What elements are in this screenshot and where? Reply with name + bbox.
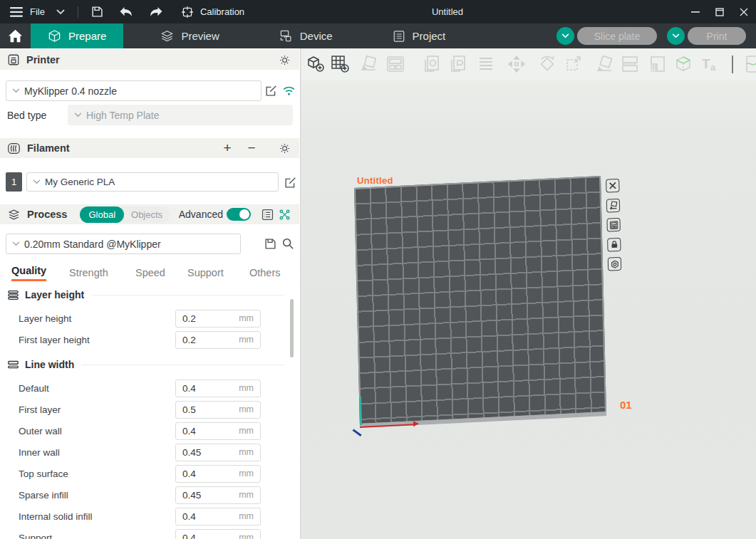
process-preset-select[interactable]: 0.20mm Standard @MyKlipper xyxy=(6,234,241,254)
tab-speed[interactable]: Speed xyxy=(135,267,165,278)
home-button[interactable] xyxy=(0,23,31,48)
split-to-parts-icon[interactable] xyxy=(447,53,468,75)
arrange-plate-icon[interactable] xyxy=(606,218,620,232)
scale-icon[interactable] xyxy=(564,53,585,75)
redo-icon[interactable] xyxy=(145,0,167,23)
setting-value[interactable]: 0.4 xyxy=(182,533,239,539)
tab-quality[interactable]: Quality xyxy=(11,265,46,281)
setting-value[interactable]: 0.45 xyxy=(182,447,239,458)
setting-value[interactable]: 0.4 xyxy=(182,469,239,479)
plate-settings-icon[interactable] xyxy=(608,257,621,271)
process-preset-value: 0.20mm Standard @MyKlipper xyxy=(24,239,161,250)
setting-value[interactable]: 0.4 xyxy=(182,426,239,436)
setting-value[interactable]: 0.2 xyxy=(182,313,239,324)
tab-project[interactable]: Project xyxy=(376,23,463,48)
assembly-view-icon[interactable] xyxy=(475,53,497,75)
wifi-connection-icon[interactable] xyxy=(281,83,296,98)
setting-value[interactable]: 0.5 xyxy=(182,404,239,415)
setting-input[interactable]: 0.4 mm xyxy=(175,465,261,483)
viewport-3d[interactable]: Ta Untitled xyxy=(301,48,756,539)
bed-type-select[interactable]: High Temp Plate xyxy=(68,105,293,125)
auto-orient-icon[interactable] xyxy=(358,53,380,75)
close-button[interactable] xyxy=(732,0,756,23)
undo-icon[interactable] xyxy=(115,0,137,23)
orient-plate-icon[interactable] xyxy=(606,198,620,212)
arrange-icon[interactable] xyxy=(385,53,406,75)
slice-plate-group: Slice plate xyxy=(556,27,657,45)
add-object-icon[interactable] xyxy=(305,53,326,75)
filament-settings-gear-icon[interactable] xyxy=(276,140,292,156)
text-tool-icon[interactable]: Ta xyxy=(699,53,720,75)
save-icon[interactable] xyxy=(87,0,108,23)
print-button[interactable]: Print xyxy=(688,27,746,45)
scope-global-button[interactable]: Global xyxy=(80,206,124,223)
printer-preset-select[interactable]: MyKlipper 0.4 nozzle xyxy=(6,80,262,101)
edit-filament-icon[interactable] xyxy=(283,175,297,189)
setting-input[interactable]: 0.45 mm xyxy=(175,444,261,461)
plate-name-label[interactable]: Untitled xyxy=(357,175,393,186)
file-menu[interactable]: File xyxy=(27,6,48,17)
setting-input[interactable]: 0.5 mm xyxy=(175,401,261,419)
setting-input[interactable]: 0.4 mm xyxy=(175,380,261,397)
add-filament-button[interactable]: + xyxy=(219,140,235,156)
rotate-icon[interactable] xyxy=(537,53,558,75)
filament-slot-badge[interactable]: 1 xyxy=(6,172,22,192)
lay-on-face-icon[interactable] xyxy=(594,53,615,75)
printer-settings-gear-icon[interactable] xyxy=(276,52,292,68)
remove-filament-button[interactable]: − xyxy=(244,140,259,156)
slice-plate-button[interactable]: Slice plate xyxy=(577,27,657,45)
maximize-button[interactable] xyxy=(708,0,732,23)
move-icon[interactable] xyxy=(506,53,527,75)
save-preset-icon[interactable] xyxy=(263,236,277,251)
calibration-icon[interactable] xyxy=(177,0,197,23)
section-line-width: Line width xyxy=(0,356,300,373)
split-to-objects-icon[interactable] xyxy=(420,53,442,75)
seam-painting-icon[interactable] xyxy=(743,53,756,75)
minimize-button[interactable] xyxy=(683,0,708,23)
parameter-list-icon[interactable] xyxy=(259,206,275,222)
lock-plate-icon[interactable] xyxy=(607,237,621,251)
tab-device[interactable]: Device xyxy=(262,23,350,48)
scope-objects-button[interactable]: Objects xyxy=(124,209,170,220)
setting-unit: mm xyxy=(239,447,254,457)
preview-icon xyxy=(160,29,174,43)
print-options-chevron-icon[interactable] xyxy=(667,27,685,45)
tab-prepare[interactable]: Prepare xyxy=(31,23,123,48)
tab-others[interactable]: Others xyxy=(249,267,281,278)
printer-section-title: Printer xyxy=(26,54,60,66)
setting-unit: mm xyxy=(239,335,254,345)
bed-type-label: Bed type xyxy=(7,110,68,121)
tab-support[interactable]: Support xyxy=(187,267,224,278)
setting-input[interactable]: 0.45 mm xyxy=(175,486,261,504)
search-settings-icon[interactable] xyxy=(281,236,295,251)
tab-strength[interactable]: Strength xyxy=(69,267,108,278)
setting-value[interactable]: 0.45 xyxy=(182,490,239,501)
setting-input[interactable]: 0.4 mm xyxy=(175,508,261,525)
cut-icon[interactable] xyxy=(619,53,641,75)
slice-options-chevron-icon[interactable] xyxy=(556,27,574,45)
setting-input[interactable]: 0.4 mm xyxy=(175,529,261,539)
setting-input[interactable]: 0.2 mm xyxy=(175,331,261,349)
filament-preset-select[interactable]: My Generic PLA xyxy=(26,172,279,192)
setting-row: Inner wall 0.45 mm xyxy=(0,441,300,463)
compare-presets-icon[interactable] xyxy=(276,206,292,222)
add-plate-icon[interactable] xyxy=(329,53,351,75)
advanced-toggle[interactable] xyxy=(227,208,251,221)
calibration-menu[interactable]: Calibration xyxy=(197,6,247,17)
tab-preview[interactable]: Preview xyxy=(143,23,236,48)
mesh-boolean-icon[interactable] xyxy=(673,53,694,75)
edit-printer-icon[interactable] xyxy=(264,83,278,98)
chevron-down-icon[interactable] xyxy=(52,0,69,23)
setting-value[interactable]: 0.4 xyxy=(182,511,239,522)
setting-value[interactable]: 0.2 xyxy=(182,335,239,345)
setting-row: Default 0.4 mm xyxy=(0,377,300,399)
hamburger-menu-icon[interactable] xyxy=(6,0,27,23)
build-plate[interactable] xyxy=(354,176,606,425)
setting-input[interactable]: 0.4 mm xyxy=(175,422,261,440)
delete-plate-icon[interactable] xyxy=(606,179,619,193)
filament-preset-value: My Generic PLA xyxy=(45,177,115,187)
variable-layer-height-icon[interactable] xyxy=(647,53,668,75)
setting-input[interactable]: 0.2 mm xyxy=(175,310,261,328)
setting-value[interactable]: 0.4 xyxy=(182,383,239,394)
sidebar-scrollbar-thumb[interactable] xyxy=(290,299,294,357)
